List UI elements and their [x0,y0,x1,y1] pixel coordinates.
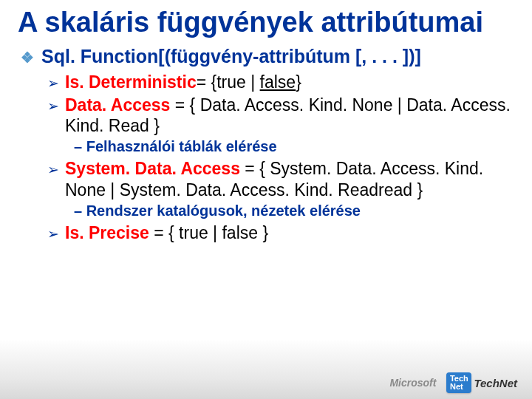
bullet-level2: ➢ Is. Precise = { true | false } [47,222,514,244]
content: ❖ Sql. Function[(függvény-attribútum [, … [18,46,514,244]
arrow-icon: ➢ [47,225,59,243]
bullet2-text: System. Data. Access = { System. Data. A… [65,158,514,201]
arrow-icon: ➢ [47,161,59,179]
keyword: Is. Precise [65,223,149,242]
arrow-icon: ➢ [47,98,59,115]
technet-logo: TechNet TechNet [446,372,517,393]
diamond-icon: ❖ [21,49,34,66]
bullet-level2: ➢ System. Data. Access = { System. Data.… [47,158,514,201]
bullet-level2: ➢ Data. Access = { Data. Access. Kind. N… [47,95,514,137]
slide: A skaláris függvények attribútumai ❖ Sql… [0,0,532,399]
technet-text: TechNet [474,377,517,389]
bullet2-text: Data. Access = { Data. Access. Kind. Non… [65,95,514,137]
bullet1-text: Sql. Function[(függvény-attribútum [, . … [41,46,421,67]
microsoft-logo: Microsoft [389,377,436,389]
page-title: A skaláris függvények attribútumai [18,7,514,38]
keyword: Data. Access [65,95,170,115]
keyword: System. Data. Access [65,159,240,178]
bullet-level1: ❖ Sql. Function[(függvény-attribútum [, … [21,46,514,67]
bullet2-text: Is. Precise = { true | false } [65,222,268,244]
bullet-level3: – Rendszer katalógusok, nézetek elérése [74,202,514,219]
footer: Microsoft TechNet TechNet [389,372,517,393]
keyword: Is. Deterministic [65,72,197,92]
technet-badge-icon: TechNet [446,372,471,393]
bullet-level3: – Felhasználói táblák elérése [74,138,514,155]
bullet2-text: Is. Deterministic= {true | false} [65,72,301,93]
bullet-level2: ➢ Is. Deterministic= {true | false} [47,72,514,93]
arrow-icon: ➢ [47,75,59,92]
